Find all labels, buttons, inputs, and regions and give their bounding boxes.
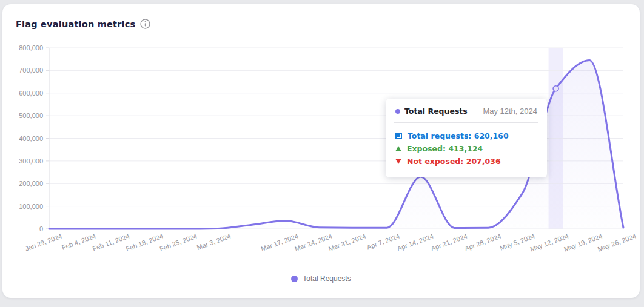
svg-text:200,000: 200,000	[19, 180, 43, 187]
tooltip-series-label: Total Requests	[404, 107, 468, 116]
tooltip-row-text: Exposed: 413,124	[407, 144, 483, 153]
tooltip-header: Total Requests May 12th, 2024	[395, 107, 537, 116]
tooltip-row-total-requests: Total requests: 620,160	[395, 130, 537, 142]
svg-text:Mar 3, 2024: Mar 3, 2024	[196, 233, 232, 251]
square-icon	[395, 133, 402, 139]
svg-text:400,000: 400,000	[19, 135, 43, 142]
tooltip-date: May 12th, 2024	[483, 107, 537, 116]
triangle-up-icon	[395, 146, 401, 151]
svg-text:Mar 31, 2024: Mar 31, 2024	[327, 233, 367, 253]
triangle-down-icon	[395, 159, 401, 164]
svg-text:Feb 25, 2024: Feb 25, 2024	[158, 233, 198, 253]
svg-text:Apr 28, 2024: Apr 28, 2024	[464, 233, 502, 253]
svg-text:700,000: 700,000	[19, 67, 43, 74]
legend-dot-icon	[291, 276, 298, 282]
chart-tooltip: Total Requests May 12th, 2024 Total requ…	[386, 99, 547, 177]
x-axis: Jan 29, 2024Feb 4, 2024Feb 11, 2024Feb 1…	[24, 233, 637, 253]
legend-label: Total Requests	[303, 274, 351, 283]
svg-text:600,000: 600,000	[19, 90, 43, 97]
svg-text:Mar 24, 2024: Mar 24, 2024	[293, 233, 333, 253]
svg-text:Feb 11, 2024: Feb 11, 2024	[92, 233, 130, 253]
svg-text:Apr 14, 2024: Apr 14, 2024	[396, 233, 434, 253]
tooltip-row-text: Total requests: 620,160	[408, 131, 509, 140]
svg-text:Apr 21, 2024: Apr 21, 2024	[430, 233, 468, 253]
tooltip-row-exposed: Exposed: 413,124	[395, 142, 537, 155]
svg-text:300,000: 300,000	[19, 157, 43, 165]
svg-text:Feb 4, 2024: Feb 4, 2024	[61, 233, 96, 251]
tooltip-row-not-exposed: Not exposed: 207,036	[395, 155, 537, 168]
svg-text:Mar 17, 2024: Mar 17, 2024	[260, 233, 300, 253]
svg-text:100,000: 100,000	[19, 203, 43, 210]
series-dot-icon	[395, 109, 400, 114]
svg-text:0: 0	[39, 225, 43, 233]
svg-text:Apr 7, 2024: Apr 7, 2024	[366, 233, 401, 251]
tooltip-row-text: Not exposed: 207,036	[407, 157, 501, 166]
svg-text:500,000: 500,000	[19, 112, 43, 119]
tooltip-divider	[394, 122, 538, 123]
svg-text:May 26, 2024: May 26, 2024	[597, 233, 637, 253]
svg-text:Jan 29, 2024: Jan 29, 2024	[24, 233, 63, 253]
hover-point-marker[interactable]	[553, 86, 558, 91]
chart-legend[interactable]: Total Requests	[2, 274, 640, 283]
svg-text:800,000: 800,000	[19, 44, 43, 51]
flag-metrics-card: Flag evaluation metrics 0100,000200,0003…	[2, 4, 640, 298]
svg-text:Feb 18, 2024: Feb 18, 2024	[125, 233, 164, 253]
svg-text:May 19, 2024: May 19, 2024	[563, 233, 603, 253]
svg-text:May 12, 2024: May 12, 2024	[529, 233, 570, 253]
